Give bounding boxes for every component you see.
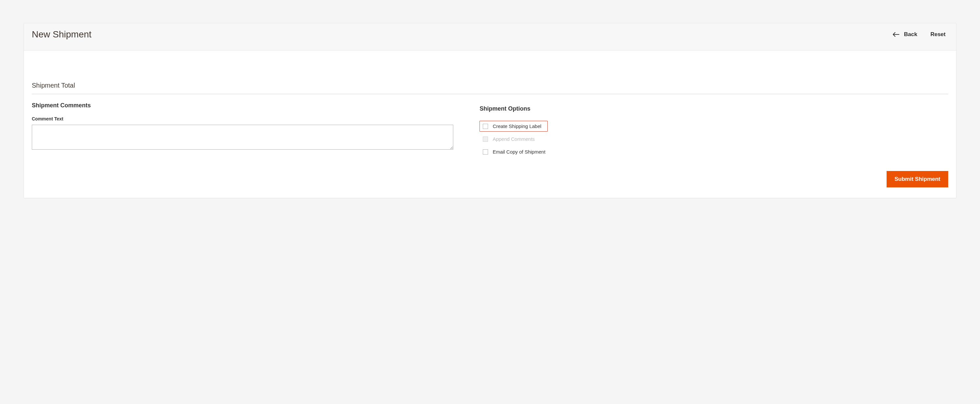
reset-label: Reset [931, 31, 946, 38]
option-create-shipping-label[interactable]: Create Shipping Label [479, 121, 547, 132]
option-email-copy[interactable]: Email Copy of Shipment [479, 146, 549, 157]
header-actions: Back Reset [893, 31, 948, 38]
email-copy-label[interactable]: Email Copy of Shipment [493, 149, 546, 155]
options-column: Shipment Options Create Shipping Label A… [479, 102, 948, 187]
create-shipping-label-label[interactable]: Create Shipping Label [493, 123, 541, 129]
reset-button[interactable]: Reset [931, 31, 946, 38]
append-comments-checkbox [483, 137, 488, 142]
back-button[interactable]: Back [893, 31, 917, 38]
comment-textarea[interactable] [32, 125, 453, 150]
section-title: Shipment Total [32, 82, 948, 94]
comments-heading: Shipment Comments [32, 102, 453, 109]
create-shipping-label-checkbox[interactable] [483, 124, 488, 129]
comments-column: Shipment Comments Comment Text [32, 102, 453, 187]
back-label: Back [904, 31, 917, 38]
append-comments-label: Append Comments [493, 136, 535, 142]
comment-field-label: Comment Text [32, 116, 453, 121]
arrow-left-icon [893, 32, 899, 37]
email-copy-checkbox[interactable] [483, 149, 488, 155]
submit-shipment-button[interactable]: Submit Shipment [886, 171, 948, 187]
shipment-card: New Shipment Back Reset Shipment Total S… [24, 23, 956, 198]
page-title: New Shipment [32, 29, 91, 40]
option-append-comments: Append Comments [479, 134, 538, 144]
options-heading: Shipment Options [479, 105, 948, 112]
columns: Shipment Comments Comment Text Shipment … [32, 102, 948, 187]
card-header: New Shipment Back Reset [24, 23, 956, 51]
actions-bar: Submit Shipment [479, 171, 948, 187]
card-body: Shipment Total Shipment Comments Comment… [24, 51, 956, 198]
